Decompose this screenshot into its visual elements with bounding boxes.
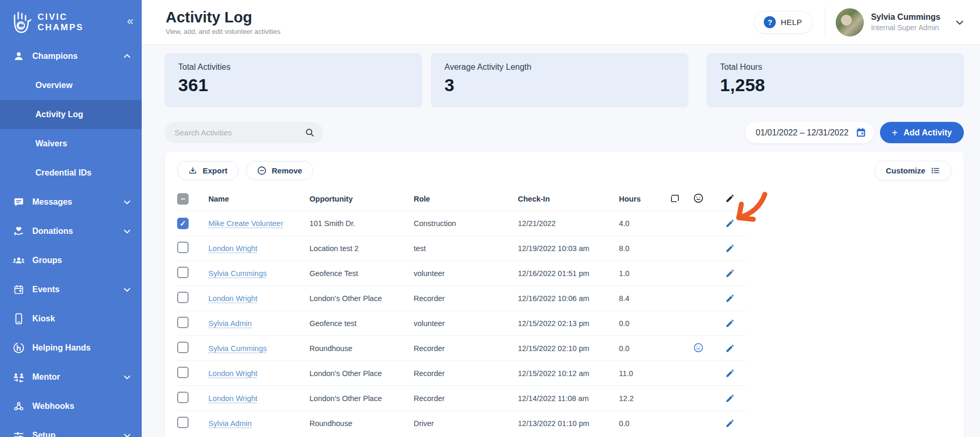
date-range-picker[interactable]: 01/01/2022 – 12/31/2022: [745, 122, 874, 143]
remove-button[interactable]: Remove: [246, 161, 313, 180]
row-checkbox[interactable]: [177, 367, 189, 378]
search-input[interactable]: [175, 128, 305, 137]
plus-icon: +: [892, 128, 898, 138]
opportunity-cell: 101 Smith Dr.: [309, 219, 414, 228]
checkin-cell: 12/16/2022 10:06 am: [518, 294, 619, 303]
sidebar: CIVIC CHAMPS « Champions Overview Activi…: [0, 0, 142, 437]
column-header-opportunity[interactable]: Opportunity: [309, 195, 414, 203]
sidebar-item-helping-hands[interactable]: Helping Hands: [0, 333, 142, 363]
person-icon: [13, 50, 25, 63]
customize-button[interactable]: Customize: [875, 161, 951, 180]
smiley-icon[interactable]: [693, 342, 725, 355]
column-header-role[interactable]: Role: [414, 195, 518, 203]
role-cell: volunteer: [414, 269, 518, 278]
checkin-cell: 12/16/2022 01:51 pm: [518, 269, 619, 278]
column-header-checkin[interactable]: Check-In: [518, 195, 619, 203]
sidebar-item-kiosk[interactable]: Kiosk: [0, 304, 142, 333]
sidebar-item-messages[interactable]: Messages: [0, 188, 142, 217]
sidebar-item-champions[interactable]: Champions: [0, 42, 142, 71]
table-row: London Wright Location test 2 test 12/19…: [177, 235, 746, 260]
select-all-checkbox[interactable]: [177, 193, 189, 205]
row-checkbox[interactable]: [177, 417, 189, 428]
stat-value: 3: [444, 75, 675, 95]
chat-icon: [13, 196, 25, 208]
export-label: Export: [203, 166, 228, 175]
export-button[interactable]: Export: [177, 161, 239, 180]
column-header-name[interactable]: Name: [208, 195, 309, 203]
sidebar-item-events[interactable]: Events: [0, 275, 142, 304]
volunteer-name-link[interactable]: London Wright: [208, 394, 257, 403]
row-checkbox[interactable]: [177, 267, 189, 278]
user-name: Sylvia Cummings: [871, 13, 940, 22]
stat-label: Total Hours: [720, 63, 950, 72]
sidebar-item-credential-ids[interactable]: Credential IDs: [0, 158, 142, 188]
row-checkbox[interactable]: [177, 317, 189, 328]
search-icon[interactable]: [305, 128, 315, 138]
sidebar-collapse-button[interactable]: «: [127, 16, 133, 27]
sliders-icon: [13, 429, 25, 437]
add-activity-button[interactable]: + Add Activity: [880, 122, 964, 143]
download-icon: [188, 166, 197, 176]
sidebar-item-overview[interactable]: Overview: [0, 71, 142, 100]
chevron-up-icon: [123, 52, 131, 60]
row-checkbox[interactable]: [177, 392, 189, 403]
stat-card-total-hours: Total Hours 1,258: [706, 53, 964, 107]
volunteer-name-link[interactable]: London Wright: [208, 244, 257, 253]
edit-pencil-icon[interactable]: [725, 419, 735, 428]
stat-card-total-activities: Total Activities 361: [165, 53, 422, 107]
avatar[interactable]: [836, 8, 864, 36]
customize-label: Customize: [886, 166, 925, 175]
volunteer-name-link[interactable]: London Wright: [208, 294, 257, 303]
table-row: London Wright London's Other Place Recor…: [177, 385, 746, 410]
table-toolbar: Export Remove Customize: [177, 161, 951, 180]
row-checkbox[interactable]: [177, 242, 189, 253]
column-header-hours[interactable]: Hours: [619, 195, 669, 203]
edit-pencil-icon[interactable]: [725, 244, 735, 253]
user-role: Internal Super Admin: [871, 23, 940, 32]
user-menu[interactable]: Sylvia Cummings Internal Super Admin: [836, 8, 969, 36]
header-divider: [825, 7, 825, 38]
user-info: Sylvia Cummings Internal Super Admin: [871, 13, 940, 32]
edit-pencil-icon[interactable]: [725, 319, 735, 328]
edit-pencil-icon[interactable]: [725, 294, 735, 303]
volunteer-name-link[interactable]: Sylvia Admin: [208, 319, 252, 328]
sidebar-item-label: Mentor: [32, 372, 60, 382]
help-button[interactable]: ? HELP: [754, 11, 812, 34]
opportunity-cell: London's Other Place: [309, 369, 414, 378]
chevron-down-icon[interactable]: [955, 18, 964, 27]
calendar-icon[interactable]: [855, 127, 866, 138]
edit-pencil-icon[interactable]: [725, 369, 735, 378]
sidebar-item-groups[interactable]: Groups: [0, 246, 142, 275]
edit-pencil-icon[interactable]: [725, 219, 735, 228]
volunteer-name-link[interactable]: London Wright: [208, 369, 257, 378]
hours-cell: 4.0: [619, 219, 669, 228]
row-checkbox[interactable]: [177, 292, 189, 303]
sidebar-item-webhooks[interactable]: Webhooks: [0, 392, 142, 421]
chevron-down-icon: [123, 373, 131, 381]
helping-hands-icon: [13, 342, 25, 354]
page-heading: Activity Log View, add, and edit volunte…: [166, 9, 280, 35]
sidebar-item-waivers[interactable]: Waivers: [0, 129, 142, 158]
row-checkbox[interactable]: [177, 218, 189, 229]
sidebar-item-label: Kiosk: [32, 314, 55, 323]
sidebar-item-mentor[interactable]: Mentor: [0, 363, 142, 392]
opportunity-cell: Roundhouse: [309, 344, 414, 353]
chevron-down-icon: [123, 227, 131, 235]
volunteer-name-link[interactable]: Mike Create Volunteer: [208, 219, 283, 228]
sidebar-item-activity-log[interactable]: Activity Log: [0, 100, 142, 129]
checkin-cell: 12/19/2022 10:03 am: [518, 244, 619, 253]
sidebar-item-setup[interactable]: Setup: [0, 421, 142, 437]
volunteer-name-link[interactable]: Sylvia Admin: [208, 419, 252, 428]
volunteer-name-link[interactable]: Sylvia Cummings: [208, 269, 267, 278]
row-checkbox[interactable]: [177, 342, 189, 353]
edit-pencil-icon[interactable]: [725, 269, 735, 278]
volunteer-name-link[interactable]: Sylvia Cummings: [208, 344, 267, 353]
hours-cell: 0.0: [619, 319, 669, 328]
sidebar-item-label: Champions: [32, 52, 78, 61]
role-cell: Driver: [414, 419, 518, 428]
edit-pencil-icon[interactable]: [725, 394, 735, 403]
table-row: Sylvia Admin Roundhouse Driver 12/13/202…: [177, 410, 746, 435]
edit-pencil-icon[interactable]: [725, 344, 735, 353]
hours-cell: 8.0: [619, 244, 669, 253]
sidebar-item-donations[interactable]: Donations: [0, 217, 142, 246]
